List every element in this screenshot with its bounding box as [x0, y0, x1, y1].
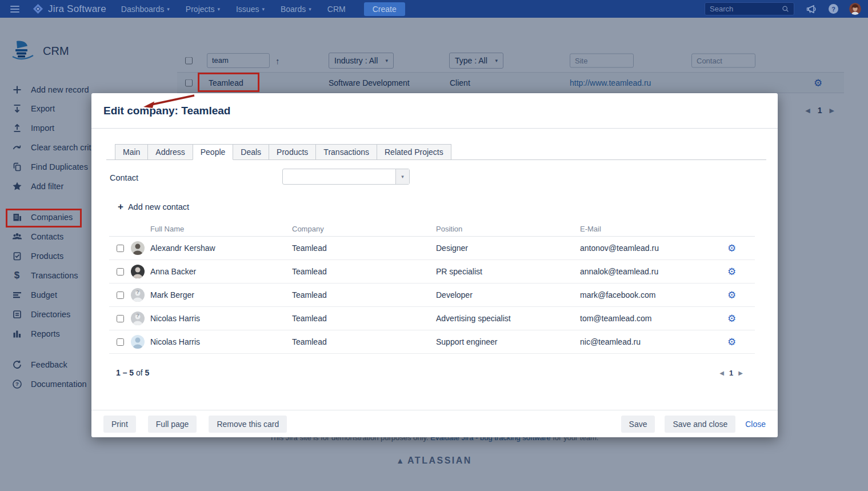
save-button[interactable]: Save — [621, 416, 655, 433]
combobox-dropdown-button[interactable]: ▾ — [395, 169, 409, 184]
full-page-button[interactable]: Full page — [148, 416, 197, 433]
contact-name[interactable]: Mark Berger — [150, 290, 292, 300]
contact-company: Teamlead — [292, 290, 436, 300]
dialog-tabs: Main Address People Deals Products Trans… — [106, 144, 766, 160]
contact-avatar: ? — [131, 288, 145, 302]
announcements-icon[interactable] — [806, 5, 817, 14]
nav-item-boards[interactable]: Boards▾ — [281, 5, 311, 14]
save-and-close-button[interactable]: Save and close — [665, 416, 735, 433]
contact-email: antonov@teamlead.ru — [580, 243, 727, 253]
search-input[interactable]: Search — [705, 2, 794, 15]
contact-row[interactable]: ? Alexandr Kershaw Teamlead Designer ant… — [109, 237, 755, 260]
tab-products[interactable]: Products — [269, 144, 316, 160]
chevron-down-icon: ▾ — [167, 6, 170, 12]
contact-name[interactable]: Anna Backer — [150, 267, 292, 276]
contacts-pagination: ◀ 1 ▶ — [719, 369, 743, 377]
contact-row[interactable]: ? Mark Berger Teamlead Developer mark@fa… — [109, 284, 755, 307]
chevron-down-icon: ▾ — [401, 174, 404, 179]
contact-company: Teamlead — [292, 337, 436, 346]
row-checkbox[interactable] — [117, 268, 124, 276]
contact-avatar: ? — [131, 265, 145, 278]
header-email: E-Mail — [580, 225, 727, 233]
contact-avatar: ? — [131, 241, 145, 255]
gear-icon[interactable]: ⚙ — [727, 314, 755, 324]
jira-logo[interactable]: Jira Software — [33, 3, 106, 15]
annotation-box-companies — [6, 209, 82, 227]
header-position: Position — [436, 225, 580, 233]
contact-position: Advertising specialist — [436, 314, 580, 323]
contact-email: mark@facebook.com — [580, 290, 727, 300]
row-checkbox[interactable] — [117, 292, 124, 299]
contact-email: nic@teamlead.ru — [580, 337, 727, 346]
jira-logo-text: Jira Software — [48, 3, 106, 15]
tab-related-projects[interactable]: Related Projects — [377, 144, 451, 160]
next-page-icon[interactable]: ▶ — [738, 370, 743, 376]
contact-name[interactable]: Nicolas Harris — [150, 314, 292, 323]
contact-name[interactable]: Nicolas Harris — [150, 337, 292, 346]
contact-avatar: ? — [131, 312, 145, 325]
contact-combobox-input[interactable] — [283, 169, 395, 184]
chevron-down-icon: ▾ — [217, 6, 220, 12]
tab-people[interactable]: People — [193, 144, 234, 160]
row-checkbox[interactable] — [117, 315, 124, 322]
contact-company: Teamlead — [292, 267, 436, 276]
tab-main[interactable]: Main — [115, 144, 148, 160]
page-number[interactable]: 1 — [729, 369, 733, 377]
nav-item-dashboards[interactable]: Dashboards▾ — [121, 5, 170, 14]
dialog-footer: Print Full page Remove this card Save Sa… — [91, 410, 778, 437]
results-range: 1 – 5 of 5 — [116, 368, 149, 377]
chevron-down-icon: ▾ — [262, 6, 265, 12]
contact-avatar: ? — [131, 335, 145, 349]
plus-icon: + — [118, 201, 123, 213]
footer-left-buttons: Print Full page Remove this card — [103, 416, 287, 433]
close-link[interactable]: Close — [745, 420, 766, 429]
annotation-arrow — [137, 90, 200, 112]
contact-row[interactable]: ? Nicolas Harris Teamlead Support engine… — [109, 330, 755, 354]
tab-address[interactable]: Address — [147, 144, 193, 160]
add-new-contact-button[interactable]: + Add new contact — [118, 201, 189, 213]
print-button[interactable]: Print — [103, 416, 136, 433]
contact-position: Developer — [436, 290, 580, 300]
create-button[interactable]: Create — [364, 2, 405, 16]
previous-page-icon[interactable]: ◀ — [719, 370, 724, 376]
search-icon — [782, 5, 789, 13]
remove-card-button[interactable]: Remove this card — [209, 416, 287, 433]
nav-item-crm[interactable]: CRM — [327, 5, 346, 14]
contact-company: Teamlead — [292, 314, 436, 323]
contact-position: PR specialist — [436, 267, 580, 276]
contacts-table-header: Full Name Company Position E-Mail — [109, 221, 755, 237]
user-avatar[interactable] — [849, 3, 861, 15]
hamburger-menu-icon[interactable] — [10, 6, 19, 13]
edit-company-dialog: Edit company: Teamlead Main Address Peop… — [91, 93, 778, 437]
help-icon[interactable]: ? — [829, 4, 838, 14]
contacts-table: Full Name Company Position E-Mail ? Alex… — [109, 221, 755, 354]
contact-field-label: Contact — [110, 173, 138, 182]
contact-row[interactable]: ? Anna Backer Teamlead PR specialist ann… — [109, 260, 755, 284]
header-company: Company — [292, 225, 436, 233]
top-navbar: Jira Software Dashboards▾ Projects▾ Issu… — [0, 0, 868, 18]
contact-combobox[interactable]: ▾ — [282, 169, 410, 185]
navbar-right: Search ? — [705, 2, 861, 15]
chevron-down-icon: ▾ — [309, 6, 311, 12]
nav-item-issues[interactable]: Issues▾ — [236, 5, 265, 14]
navbar-menu: Dashboards▾ Projects▾ Issues▾ Boards▾ CR… — [121, 5, 346, 14]
gear-icon[interactable]: ⚙ — [727, 243, 755, 253]
row-checkbox[interactable] — [117, 338, 124, 346]
tab-deals[interactable]: Deals — [233, 144, 269, 160]
contact-email: annalok@teamlead.ru — [580, 267, 727, 276]
annotation-box-teamlead — [198, 73, 259, 92]
row-checkbox[interactable] — [117, 245, 124, 252]
header-full-name: Full Name — [150, 225, 292, 233]
contact-row[interactable]: ? Nicolas Harris Teamlead Advertising sp… — [109, 307, 755, 330]
nav-item-projects[interactable]: Projects▾ — [186, 5, 220, 14]
contact-name[interactable]: Alexandr Kershaw — [150, 243, 292, 253]
contact-company: Teamlead — [292, 243, 436, 253]
tab-transactions[interactable]: Transactions — [315, 144, 377, 160]
gear-icon[interactable]: ⚙ — [727, 337, 755, 347]
contact-email: tom@teamlead.com — [580, 314, 727, 323]
contact-position: Designer — [436, 243, 580, 253]
gear-icon[interactable]: ⚙ — [727, 267, 755, 277]
jira-diamond-icon — [33, 3, 43, 14]
footer-right-buttons: Save Save and close Close — [621, 416, 766, 433]
gear-icon[interactable]: ⚙ — [727, 290, 755, 300]
